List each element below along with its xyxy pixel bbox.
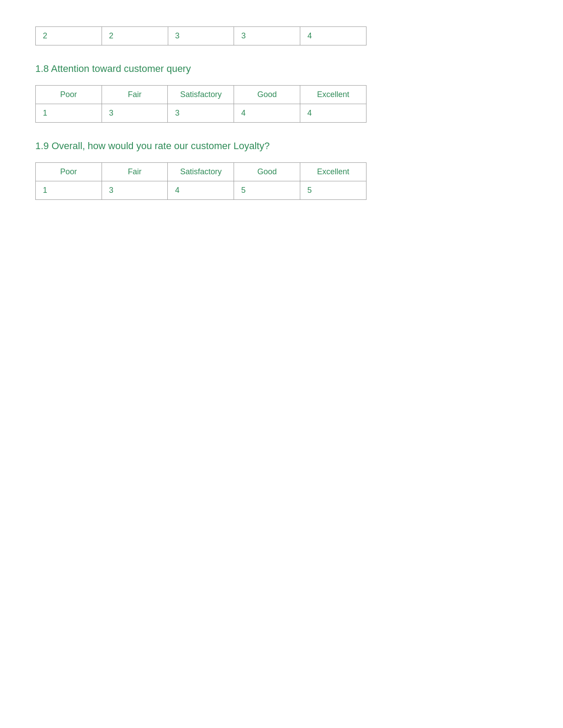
section-19-table: Poor Fair Satisfactory Good Excellent 1 … bbox=[35, 162, 367, 200]
section-19-val-fair: 3 bbox=[102, 181, 168, 200]
section-18-val-excellent: 4 bbox=[300, 104, 367, 123]
section-19-val-excellent: 5 bbox=[300, 181, 367, 200]
top-cell-2: 2 bbox=[102, 27, 168, 45]
section-19-header-good: Good bbox=[234, 163, 300, 181]
top-cell-3: 3 bbox=[168, 27, 234, 45]
section-18-header-excellent: Excellent bbox=[300, 86, 367, 104]
section-19-header-fair: Fair bbox=[102, 163, 168, 181]
section-18-val-satisfactory: 3 bbox=[168, 104, 234, 123]
section-18-header-poor: Poor bbox=[36, 86, 102, 104]
section-18-header-satisfactory: Satisfactory bbox=[168, 86, 234, 104]
top-data-table: 2 2 3 3 4 bbox=[35, 26, 367, 45]
section-19-heading: 1.9 Overall, how would you rate our cust… bbox=[35, 140, 528, 152]
top-cell-5: 4 bbox=[300, 27, 367, 45]
section-19-header-poor: Poor bbox=[36, 163, 102, 181]
section-18-table: Poor Fair Satisfactory Good Excellent 1 … bbox=[35, 85, 367, 123]
section-18-heading: 1.8 Attention toward customer query bbox=[35, 63, 528, 75]
top-cell-4: 3 bbox=[234, 27, 300, 45]
section-18-header-fair: Fair bbox=[102, 86, 168, 104]
top-cell-1: 2 bbox=[36, 27, 102, 45]
section-19-header-excellent: Excellent bbox=[300, 163, 367, 181]
section-18-val-good: 4 bbox=[234, 104, 300, 123]
section-19-val-good: 5 bbox=[234, 181, 300, 200]
section-18-val-fair: 3 bbox=[102, 104, 168, 123]
section-19-val-satisfactory: 4 bbox=[168, 181, 234, 200]
section-18-val-poor: 1 bbox=[36, 104, 102, 123]
section-19-header-satisfactory: Satisfactory bbox=[168, 163, 234, 181]
section-19-val-poor: 1 bbox=[36, 181, 102, 200]
section-18-header-good: Good bbox=[234, 86, 300, 104]
